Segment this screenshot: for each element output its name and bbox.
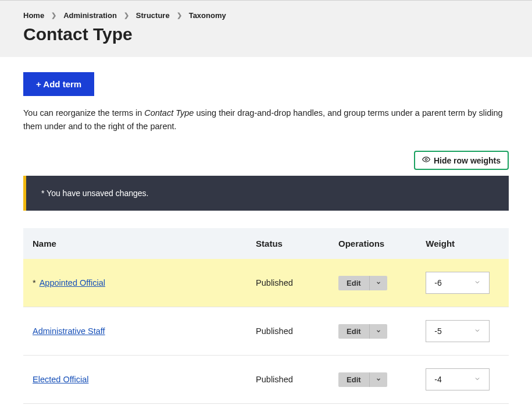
cell-status: Published bbox=[247, 404, 329, 412]
edit-label: Edit bbox=[338, 276, 369, 290]
chevron-down-icon bbox=[474, 375, 481, 383]
weight-value: -6 bbox=[434, 278, 441, 287]
table-row[interactable]: Elected OfficialPublishedEdit-4 bbox=[23, 356, 509, 404]
column-header-operations: Operations bbox=[329, 228, 416, 259]
chevron-right-icon: ❯ bbox=[51, 12, 56, 19]
table-row[interactable]: *Appointed OfficialPublishedEdit-6 bbox=[23, 259, 509, 307]
chevron-down-icon bbox=[474, 279, 481, 287]
weight-value: -4 bbox=[434, 375, 441, 384]
breadcrumb-taxonomy[interactable]: Taxonomy bbox=[189, 11, 226, 20]
column-header-name: Name bbox=[23, 228, 247, 259]
eye-icon bbox=[422, 155, 430, 165]
cell-name: *Appointed Official bbox=[23, 259, 247, 307]
weight-select[interactable]: -5 bbox=[426, 320, 490, 342]
cell-name: Emergency Contact bbox=[23, 404, 247, 412]
cell-weight: -3 bbox=[416, 404, 509, 412]
chevron-right-icon: ❯ bbox=[177, 12, 182, 19]
help-text-prefix: You can reorganize the terms in bbox=[23, 108, 144, 118]
chevron-down-icon[interactable] bbox=[369, 324, 387, 339]
modified-marker: * bbox=[33, 278, 36, 287]
edit-dropdown-button[interactable]: Edit bbox=[338, 276, 387, 290]
help-text-vocab-name: Contact Type bbox=[144, 108, 194, 118]
breadcrumb-structure[interactable]: Structure bbox=[136, 11, 170, 20]
unsaved-changes-alert: * You have unsaved changes. bbox=[23, 176, 509, 211]
edit-dropdown-button[interactable]: Edit bbox=[338, 372, 387, 387]
terms-table: Name Status Operations Weight *Appointed… bbox=[23, 228, 509, 412]
breadcrumb: Home ❯ Administration ❯ Structure ❯ Taxo… bbox=[23, 11, 509, 20]
term-link[interactable]: Elected Official bbox=[33, 375, 88, 384]
term-link[interactable]: Administrative Staff bbox=[33, 326, 105, 336]
hide-row-weights-label: Hide row weights bbox=[434, 156, 501, 165]
help-text: You can reorganize the terms in Contact … bbox=[23, 106, 509, 133]
cell-name: Elected Official bbox=[23, 356, 247, 404]
table-row[interactable]: Emergency ContactPublishedEdit-3 bbox=[23, 404, 509, 412]
cell-weight: -4 bbox=[416, 356, 509, 404]
chevron-down-icon[interactable] bbox=[369, 276, 387, 290]
cell-status: Published bbox=[247, 356, 329, 404]
edit-dropdown-button[interactable]: Edit bbox=[338, 324, 387, 339]
cell-weight: -6 bbox=[416, 259, 509, 307]
add-term-button[interactable]: + Add term bbox=[23, 72, 94, 96]
page-title: Contact Type bbox=[23, 24, 509, 44]
edit-label: Edit bbox=[338, 372, 369, 387]
cell-name: Administrative Staff bbox=[23, 307, 247, 356]
table-row[interactable]: Administrative StaffPublishedEdit-5 bbox=[23, 307, 509, 356]
cell-status: Published bbox=[247, 259, 329, 307]
cell-operations: Edit bbox=[329, 259, 416, 307]
breadcrumb-home[interactable]: Home bbox=[23, 11, 44, 20]
hide-row-weights-button[interactable]: Hide row weights bbox=[414, 151, 509, 170]
chevron-down-icon bbox=[474, 327, 481, 335]
chevron-right-icon: ❯ bbox=[124, 12, 129, 19]
cell-status: Published bbox=[247, 307, 329, 356]
cell-operations: Edit bbox=[329, 404, 416, 412]
cell-operations: Edit bbox=[329, 307, 416, 356]
weight-select[interactable]: -4 bbox=[426, 368, 490, 390]
edit-label: Edit bbox=[338, 324, 369, 339]
term-link[interactable]: Appointed Official bbox=[40, 278, 105, 287]
weight-select[interactable]: -6 bbox=[426, 272, 490, 294]
svg-point-0 bbox=[425, 159, 427, 161]
cell-operations: Edit bbox=[329, 356, 416, 404]
column-header-status: Status bbox=[247, 228, 329, 259]
chevron-down-icon[interactable] bbox=[369, 372, 387, 387]
cell-weight: -5 bbox=[416, 307, 509, 356]
column-header-weight: Weight bbox=[416, 228, 509, 259]
weight-value: -5 bbox=[434, 326, 441, 336]
breadcrumb-administration[interactable]: Administration bbox=[63, 11, 117, 20]
alert-text: * You have unsaved changes. bbox=[41, 189, 149, 198]
